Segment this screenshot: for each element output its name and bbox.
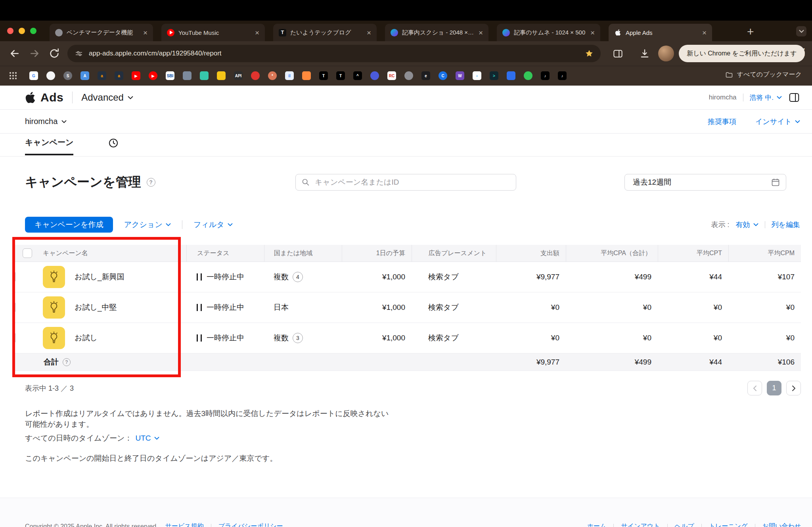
tab-close-icon[interactable]: ×: [143, 29, 147, 36]
back-icon[interactable]: [9, 48, 21, 59]
recommendations-link[interactable]: 推奨事項: [708, 117, 736, 126]
terms-link[interactable]: サービス規約: [165, 522, 204, 527]
campaign-search-input[interactable]: [314, 178, 510, 187]
bookmark-favicon[interactable]: [370, 71, 379, 80]
bookmark-favicon[interactable]: API: [234, 71, 243, 80]
row-checkbox[interactable]: [15, 303, 15, 312]
bookmark-favicon[interactable]: a: [115, 71, 123, 80]
col-header-budget[interactable]: 1日の予算: [342, 245, 412, 262]
timezone-selector[interactable]: UTC: [135, 433, 159, 443]
current-page-button[interactable]: 1: [767, 381, 781, 395]
bookmark-favicon[interactable]: T: [319, 71, 328, 80]
bookmark-favicon[interactable]: A: [80, 71, 89, 80]
row-checkbox[interactable]: [15, 272, 15, 281]
bookmark-favicon[interactable]: [200, 71, 209, 80]
bookmark-favicon[interactable]: ›: [473, 71, 481, 80]
col-header-spend[interactable]: 支出額: [496, 245, 566, 262]
bookmark-favicon[interactable]: ^: [353, 71, 362, 80]
campaign-name[interactable]: お試し: [75, 333, 98, 343]
col-header-placement[interactable]: 広告プレースメント: [412, 245, 496, 262]
bookmark-favicon[interactable]: [251, 71, 260, 80]
tab-close-icon[interactable]: ×: [255, 29, 259, 36]
total-help-icon[interactable]: ?: [63, 358, 71, 366]
browser-tab[interactable]: ベンチマークデータ機能 ×: [50, 24, 153, 41]
forward-icon[interactable]: [29, 48, 40, 59]
footer-home-link[interactable]: ホーム: [587, 522, 607, 527]
bookmark-favicon[interactable]: C: [439, 71, 447, 80]
browser-tab[interactable]: 記事内スクショ - 2048 × 13 ×: [385, 24, 488, 41]
bookmark-favicon[interactable]: G: [29, 71, 38, 80]
bookmark-favicon[interactable]: [217, 71, 226, 80]
bookmark-favicon[interactable]: W: [456, 71, 464, 80]
download-icon[interactable]: [639, 48, 650, 59]
bookmark-favicon[interactable]: ♪: [541, 71, 550, 80]
bookmark-favicon[interactable]: e: [421, 71, 430, 80]
bookmark-favicon[interactable]: [507, 71, 515, 80]
traffic-light-zoom[interactable]: [30, 28, 36, 34]
bookmark-favicon[interactable]: RC: [387, 71, 396, 80]
date-range-picker[interactable]: 過去12週間: [624, 174, 786, 191]
site-settings-icon[interactable]: [75, 49, 83, 58]
filter-menu[interactable]: フィルタ: [193, 220, 233, 230]
insights-menu[interactable]: インサイト: [755, 117, 800, 126]
bookmark-favicon[interactable]: ▶: [149, 71, 157, 80]
bookmark-favicon[interactable]: [46, 71, 55, 80]
history-icon[interactable]: [108, 137, 119, 149]
actions-menu[interactable]: アクション: [124, 220, 171, 230]
mode-selector[interactable]: Advanced: [81, 92, 133, 103]
traffic-light-close[interactable]: [7, 28, 13, 34]
bookmark-favicon[interactable]: >: [490, 71, 498, 80]
bookmark-star-icon[interactable]: [585, 49, 594, 58]
bookmark-favicon[interactable]: ♪: [558, 71, 567, 80]
address-bar[interactable]: app-ads.apple.com/cm/app/19295840/report: [67, 45, 601, 62]
region-count-badge[interactable]: 3: [293, 333, 303, 343]
tab-close-icon[interactable]: ×: [479, 29, 483, 36]
bookmark-favicon[interactable]: ▶: [132, 71, 140, 80]
create-campaign-button[interactable]: キャンペーンを作成: [25, 217, 113, 233]
reload-icon[interactable]: [48, 48, 60, 59]
chrome-update-button[interactable]: 新しい Chrome をご利用いただけます: [679, 45, 805, 62]
region-count-badge[interactable]: 4: [293, 272, 303, 282]
browser-tab[interactable]: YouTube Music ×: [161, 24, 265, 41]
bookmark-favicon[interactable]: T: [336, 71, 345, 80]
bookmark-favicon[interactable]: [302, 71, 311, 80]
prev-page-button[interactable]: [747, 381, 762, 395]
select-all-checkbox[interactable]: [23, 248, 32, 258]
bookmark-favicon[interactable]: *: [268, 71, 277, 80]
browser-tab[interactable]: T たいようテックブログ ×: [273, 24, 377, 41]
bookmark-favicon[interactable]: il: [285, 71, 294, 80]
campaign-name[interactable]: お試し_中堅: [75, 302, 117, 313]
footer-help-link[interactable]: ヘルプ: [675, 522, 694, 527]
footer-training-link[interactable]: トレーニング: [709, 522, 748, 527]
footer-contact-link[interactable]: お問い合わせ: [762, 522, 801, 527]
profile-avatar[interactable]: [658, 46, 674, 61]
bookmark-favicon[interactable]: [183, 71, 192, 80]
tab-close-icon[interactable]: ×: [367, 29, 371, 36]
display-filter-menu[interactable]: 有効: [736, 220, 758, 229]
col-header-region[interactable]: 国または地域: [264, 245, 342, 262]
bookmark-favicon[interactable]: S: [63, 71, 72, 80]
tab-search-icon[interactable]: [796, 26, 806, 36]
browser-menu-icon[interactable]: ⋮: [799, 46, 809, 57]
row-checkbox[interactable]: [15, 333, 15, 342]
bookmark-favicon[interactable]: a: [98, 71, 106, 80]
campaign-name[interactable]: お試し_新興国: [75, 272, 124, 282]
tab-close-icon[interactable]: ×: [590, 29, 595, 36]
col-header-cpm[interactable]: 平均CPM: [728, 245, 801, 262]
tab-close-icon[interactable]: ×: [702, 29, 707, 36]
browser-tab[interactable]: 記事のサムネ - 1024 × 500 ×: [497, 24, 600, 41]
bookmark-favicon[interactable]: SBI: [166, 71, 174, 80]
apps-grid-icon[interactable]: [10, 72, 17, 79]
col-header-cpa[interactable]: 平均CPA（合計）: [566, 245, 658, 262]
all-bookmarks[interactable]: すべてのブックマーク: [725, 71, 802, 79]
tab-campaigns[interactable]: キャンペーン: [25, 137, 73, 155]
col-header-status[interactable]: ステータス: [186, 245, 264, 262]
traffic-light-minimize[interactable]: [19, 28, 25, 34]
col-header-cpt[interactable]: 平均CPT: [658, 245, 728, 262]
side-panel-icon[interactable]: [613, 48, 623, 59]
panel-toggle-icon[interactable]: [788, 92, 800, 103]
org-selector[interactable]: hiromcha: [25, 117, 67, 126]
help-icon[interactable]: ?: [147, 178, 155, 187]
privacy-link[interactable]: プライバシーポリシー: [218, 522, 283, 527]
next-page-button[interactable]: [786, 381, 801, 395]
